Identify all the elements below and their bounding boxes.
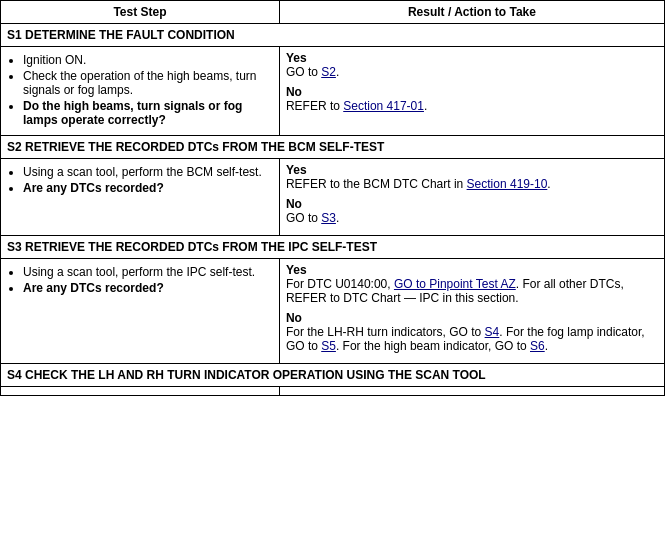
step-cell-s2: Using a scan tool, perform the BCM self-…: [1, 159, 280, 236]
section-content-row-s3: Using a scan tool, perform the IPC self-…: [1, 259, 665, 364]
section-header-row-s1: S1 DETERMINE THE FAULT CONDITION: [1, 24, 665, 47]
step-item-s1-2: Do the high beams, turn signals or fog l…: [23, 99, 273, 127]
result-label-s3-0: Yes: [286, 263, 307, 277]
result-block-s1-1: NoREFER to Section 417-01.: [286, 85, 658, 113]
link-s4[interactable]: S4: [485, 325, 500, 339]
step-item-s1-1: Check the operation of the high beams, t…: [23, 69, 273, 97]
result-block-s1-0: YesGO to S2.: [286, 51, 658, 79]
section-header-s4: S4 CHECK THE LH AND RH TURN INDICATOR OP…: [1, 364, 665, 387]
result-block-s3-1: NoFor the LH-RH turn indicators, GO to S…: [286, 311, 658, 353]
section-content-row-s4: [1, 387, 665, 396]
step-cell-s4: [1, 387, 280, 396]
col-header-step: Test Step: [1, 1, 280, 24]
section-header-s3: S3 RETRIEVE THE RECORDED DTCs FROM THE I…: [1, 236, 665, 259]
section-header-row-s2: S2 RETRIEVE THE RECORDED DTCs FROM THE B…: [1, 136, 665, 159]
result-cell-s1: YesGO to S2.NoREFER to Section 417-01.: [279, 47, 664, 136]
section-header-row-s3: S3 RETRIEVE THE RECORDED DTCs FROM THE I…: [1, 236, 665, 259]
main-table: Test Step Result / Action to Take S1 DET…: [0, 0, 665, 396]
step-list-s2: Using a scan tool, perform the BCM self-…: [23, 163, 273, 199]
link-s5[interactable]: S5: [321, 339, 336, 353]
result-block-s2-1: NoGO to S3.: [286, 197, 658, 225]
col-header-result: Result / Action to Take: [279, 1, 664, 24]
step-item-s2-1: Are any DTCs recorded?: [23, 181, 273, 195]
result-block-s2-0: YesREFER to the BCM DTC Chart in Section…: [286, 163, 658, 191]
result-label-s2-0: Yes: [286, 163, 307, 177]
step-list-s1: Ignition ON.Check the operation of the h…: [23, 51, 273, 131]
link-s2-1[interactable]: S3: [321, 211, 336, 225]
result-cell-s2: YesREFER to the BCM DTC Chart in Section…: [279, 159, 664, 236]
step-cell-s3: Using a scan tool, perform the IPC self-…: [1, 259, 280, 364]
step-item-s3-0: Using a scan tool, perform the IPC self-…: [23, 265, 273, 279]
step-cell-s1: Ignition ON.Check the operation of the h…: [1, 47, 280, 136]
link-s6[interactable]: S6: [530, 339, 545, 353]
result-label-s1-1: No: [286, 85, 302, 99]
step-item-s2-0: Using a scan tool, perform the BCM self-…: [23, 165, 273, 179]
result-label-s1-0: Yes: [286, 51, 307, 65]
section-content-row-s2: Using a scan tool, perform the BCM self-…: [1, 159, 665, 236]
section-header-s2: S2 RETRIEVE THE RECORDED DTCs FROM THE B…: [1, 136, 665, 159]
step-item-s3-1: Are any DTCs recorded?: [23, 281, 273, 295]
section-header-row-s4: S4 CHECK THE LH AND RH TURN INDICATOR OP…: [1, 364, 665, 387]
link-s2-0[interactable]: Section 419-10: [467, 177, 548, 191]
result-label-s2-1: No: [286, 197, 302, 211]
result-block-s3-0: YesFor DTC U0140:00, GO to Pinpoint Test…: [286, 263, 658, 305]
link-s1-0[interactable]: S2: [321, 65, 336, 79]
link-s1-1[interactable]: Section 417-01: [343, 99, 424, 113]
step-list-s3: Using a scan tool, perform the IPC self-…: [23, 263, 273, 299]
section-content-row-s1: Ignition ON.Check the operation of the h…: [1, 47, 665, 136]
result-cell-s4: [279, 387, 664, 396]
result-cell-s3: YesFor DTC U0140:00, GO to Pinpoint Test…: [279, 259, 664, 364]
link-s3-0[interactable]: GO to Pinpoint Test AZ: [394, 277, 516, 291]
result-label-s3-1: No: [286, 311, 302, 325]
section-header-s1: S1 DETERMINE THE FAULT CONDITION: [1, 24, 665, 47]
step-item-s1-0: Ignition ON.: [23, 53, 273, 67]
